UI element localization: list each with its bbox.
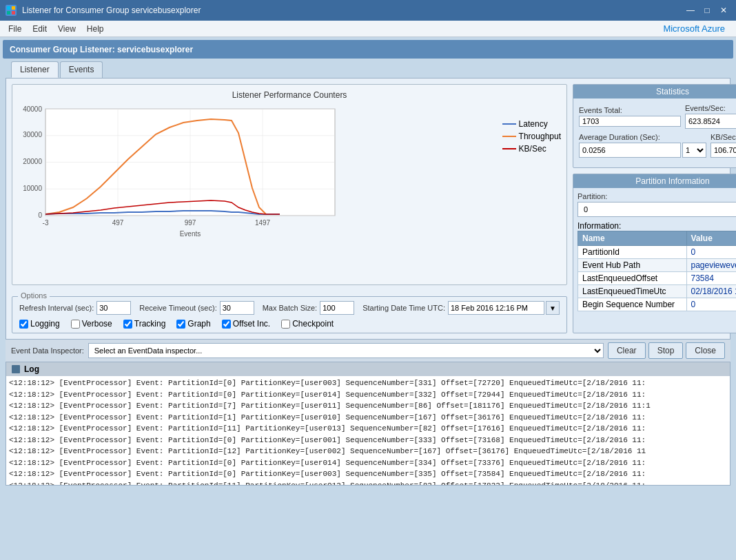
- chart-svg-area: 0 10000 20000 30000 40000 -3 497 997 1: [18, 105, 497, 242]
- datetime-input-group: ▼: [448, 301, 560, 315]
- clear-button[interactable]: Clear: [608, 342, 646, 359]
- title-bar: Listener for Consumer Group servicebusex…: [0, 0, 736, 21]
- menu-view[interactable]: View: [52, 23, 81, 35]
- right-panel: Statistics Events Total: Events/Sec:: [573, 84, 736, 333]
- close-button[interactable]: Close: [686, 342, 725, 359]
- datetime-calendar-button[interactable]: ▼: [546, 301, 560, 315]
- partition-select[interactable]: 0: [577, 202, 736, 217]
- menu-items: File Edit View Help: [3, 23, 110, 35]
- kb-per-sec-input[interactable]: [711, 143, 736, 158]
- events-total-input[interactable]: [579, 116, 681, 127]
- avg-duration-field: Average Duration (Sec): 1: [579, 133, 706, 158]
- kb-per-sec-row: 1: [711, 143, 736, 158]
- svg-text:30000: 30000: [23, 131, 42, 138]
- log-content[interactable]: <12:18:12> [EventProcessor] Event: Parti…: [6, 376, 730, 485]
- menu-bar: File Edit View Help Microsoft Azure: [0, 21, 736, 37]
- log-line: <12:18:12> [EventProcessor] Event: Parti…: [9, 457, 727, 469]
- checkbox-checkpoint[interactable]: Checkpoint: [281, 319, 334, 329]
- menu-file[interactable]: File: [3, 23, 27, 35]
- performance-counters-panel: Listener Performance Counters: [12, 84, 567, 285]
- legend-kbsec: KB/Sec: [502, 144, 561, 154]
- log-line: <12:18:12> [EventProcessor] Event: Parti…: [9, 412, 727, 424]
- log-line: <12:18:12> [EventProcessor] Event: Parti…: [9, 423, 727, 435]
- log-header: Log: [6, 362, 730, 376]
- row-name: Begin Sequence Number: [578, 298, 687, 311]
- checkbox-verbose[interactable]: Verbose: [71, 319, 112, 329]
- chart-container: 0 10000 20000 30000 40000 -3 497 997 1: [18, 105, 561, 242]
- partition-info-panel: Partition Information Partition: 0 Infor…: [573, 174, 736, 333]
- latency-label: Latency: [519, 119, 548, 129]
- avg-duration-row: 1: [579, 143, 706, 158]
- action-buttons: Clear Stop Close: [608, 342, 730, 359]
- tab-events[interactable]: Events: [60, 61, 103, 78]
- events-per-sec-input[interactable]: [685, 114, 736, 129]
- main-panel: Listener Performance Counters: [6, 78, 730, 340]
- table-row: PartitionId 0: [578, 246, 737, 259]
- options-row-1: Refresh Interval (sec): Receive Timeout …: [19, 301, 560, 315]
- max-batch-input[interactable]: [320, 301, 354, 315]
- menu-edit[interactable]: Edit: [27, 23, 52, 35]
- avg-duration-select[interactable]: 1: [682, 143, 706, 158]
- stats-row-1: Events Total: Events/Sec: 1: [579, 104, 736, 129]
- events-per-sec-label: Events/Sec:: [685, 104, 736, 112]
- refresh-interval-field: Refresh Interval (sec):: [19, 301, 131, 315]
- tab-listener[interactable]: Listener: [11, 61, 59, 78]
- minimize-button[interactable]: —: [684, 4, 697, 17]
- statistics-panel: Statistics Events Total: Events/Sec:: [573, 84, 736, 168]
- kb-per-sec-label: KB/Sec: [711, 133, 736, 141]
- statistics-content: Events Total: Events/Sec: 1: [573, 98, 736, 167]
- header-title: Consumer Group Listener: servicebusexplo…: [10, 45, 193, 54]
- avg-duration-input[interactable]: [579, 143, 681, 158]
- svg-text:40000: 40000: [23, 105, 42, 113]
- log-line: <12:18:12> [EventProcessor] Event: Parti…: [9, 468, 727, 480]
- window-title: Listener for Consumer Group servicebusex…: [22, 6, 201, 15]
- stop-button[interactable]: Stop: [648, 342, 684, 359]
- kb-per-sec-field: KB/Sec 1: [711, 133, 736, 158]
- table-row: Begin Sequence Number 0: [578, 298, 737, 311]
- svg-text:997: 997: [185, 219, 196, 227]
- datetime-input[interactable]: [448, 301, 544, 315]
- checkbox-logging[interactable]: Logging: [19, 319, 60, 329]
- performance-chart: 0 10000 20000 30000 40000 -3 497 997 1: [18, 105, 356, 240]
- options-label: Options: [18, 291, 50, 300]
- refresh-interval-input[interactable]: [96, 301, 131, 315]
- chart-legend: Latency Throughput KB/Sec: [502, 105, 561, 154]
- svg-text:20000: 20000: [23, 158, 42, 165]
- kbsec-label: KB/Sec: [519, 144, 546, 154]
- consumer-group-header: Consumer Group Listener: servicebusexplo…: [3, 40, 733, 59]
- kbsec-color: [502, 148, 516, 149]
- partition-label: Partition:: [577, 192, 736, 200]
- receive-timeout-input[interactable]: [220, 301, 254, 315]
- throughput-label: Throughput: [519, 132, 561, 141]
- latency-color: [502, 123, 516, 125]
- svg-text:1497: 1497: [255, 219, 271, 227]
- inspector-row: Event Data Inspector: Select an EventDat…: [6, 340, 730, 362]
- svg-text:Events: Events: [180, 230, 201, 238]
- log-line: <12:18:12> [EventProcessor] Event: Parti…: [9, 400, 727, 412]
- checkbox-graph[interactable]: Graph: [176, 319, 210, 329]
- legend-latency: Latency: [502, 119, 561, 129]
- row-value: 0: [686, 298, 736, 311]
- svg-rect-2: [7, 11, 10, 14]
- tab-bar: Listener Events: [6, 61, 730, 78]
- menu-help[interactable]: Help: [81, 23, 110, 35]
- row-value: 02/18/2016 11:...: [686, 285, 736, 298]
- row-value: 0: [686, 246, 736, 259]
- close-window-button[interactable]: ✕: [717, 4, 730, 17]
- row-value: 73584: [686, 272, 736, 285]
- partition-content: Partition: 0 Information: Name Value: [573, 188, 736, 315]
- brand-label: Microsoft Azure: [663, 23, 733, 34]
- checkbox-offset-inc[interactable]: Offset Inc.: [222, 319, 270, 329]
- row-name: LastEnqueuedOffset: [578, 272, 687, 285]
- datetime-label: Starting Date Time UTC:: [362, 304, 445, 312]
- checkbox-tracking[interactable]: Tracking: [123, 319, 166, 329]
- window-controls[interactable]: — □ ✕: [684, 4, 730, 17]
- app-icon: [6, 5, 17, 16]
- events-total-field: Events Total:: [579, 106, 681, 127]
- maximize-button[interactable]: □: [700, 4, 714, 17]
- log-panel: Log <12:18:12> [EventProcessor] Event: P…: [6, 362, 730, 486]
- inspector-select[interactable]: Select an EventData inspector...: [88, 343, 604, 358]
- log-line: <12:18:12> [EventProcessor] Event: Parti…: [9, 480, 727, 486]
- log-label: Log: [24, 364, 39, 374]
- col-value: Value: [686, 231, 736, 246]
